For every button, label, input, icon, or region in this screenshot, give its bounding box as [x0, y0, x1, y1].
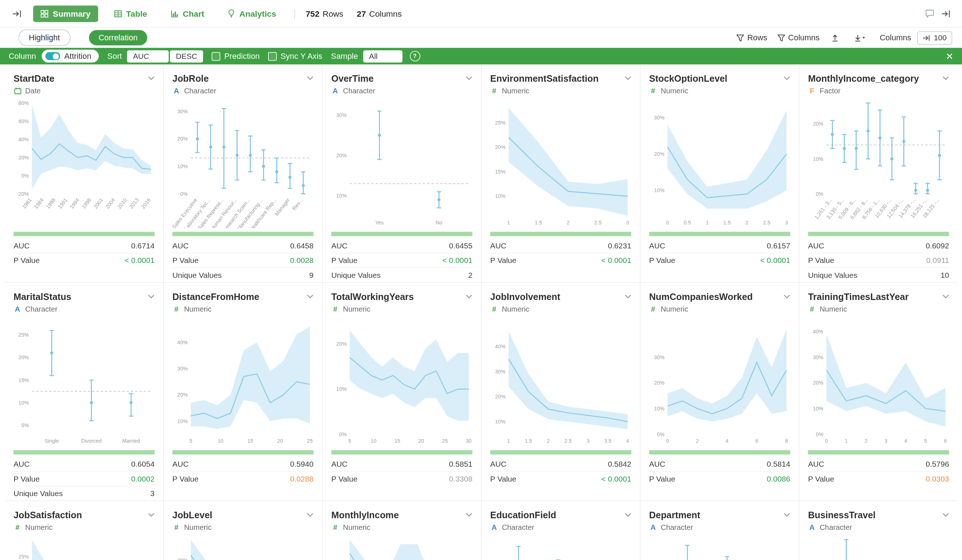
chevron-down-icon[interactable] [148, 512, 155, 517]
svg-text:10%: 10% [19, 400, 29, 406]
tab-analytics[interactable]: Analytics [220, 5, 283, 22]
chevron-down-icon[interactable] [625, 512, 631, 517]
download-button[interactable] [850, 30, 870, 46]
stat-label: P Value [173, 474, 199, 483]
column-chart[interactable]: 25%20%15%10%11.522.533.54 [13, 535, 154, 560]
stat-row: P Value< 0.0001 [13, 253, 154, 267]
highlight-button[interactable]: Highlight [19, 29, 71, 46]
column-chart[interactable]: 20%15%10%5%12345 [173, 535, 313, 560]
stat-label: P Value [490, 474, 516, 483]
column-type: # Numeric [13, 523, 154, 533]
chevron-down-icon[interactable] [148, 76, 155, 80]
column-chart[interactable]: 20%15%10% [649, 535, 790, 560]
tab-table[interactable]: Table [107, 5, 154, 22]
chevron-down-icon[interactable] [625, 76, 631, 80]
column-chart[interactable]: 20%10%0% [331, 535, 472, 560]
chevron-down-icon[interactable] [466, 294, 473, 299]
sort-field-select[interactable]: AUC [127, 50, 169, 63]
chevron-down-icon[interactable] [784, 512, 791, 517]
column-title: MaritalStatus [13, 291, 71, 302]
tab-chart[interactable]: Chart [163, 5, 212, 22]
svg-text:10%: 10% [177, 163, 188, 169]
column-chart[interactable]: 40%30%20%10%11.522.533.54 [490, 316, 631, 449]
column-chart[interactable]: 25%20%15%10%5%SingleDivorcedMarried [13, 316, 154, 449]
column-type: # Numeric [490, 86, 631, 95]
chevron-down-icon[interactable] [307, 76, 313, 80]
svg-text:30%: 30% [495, 369, 506, 374]
chevron-down-icon[interactable] [466, 512, 473, 517]
comment-icon[interactable] [922, 5, 938, 21]
tab-summary[interactable]: Summary [33, 5, 98, 22]
sample-select[interactable]: All [363, 50, 402, 63]
column-chart[interactable]: 40%30%20%10%510152025 [173, 316, 313, 449]
chevron-down-icon[interactable] [466, 76, 473, 80]
column-card: JobRole A Character 30%20%10%0%Sales Exe… [164, 64, 323, 282]
chevron-down-icon[interactable] [784, 76, 791, 80]
svg-text:15: 15 [395, 438, 400, 444]
chevron-down-icon[interactable] [625, 294, 631, 299]
target-column-pill[interactable]: Attrition [41, 50, 98, 63]
column-card: MonthlyIncome # Numeric 20%10%0% [323, 501, 481, 560]
svg-text:5: 5 [189, 438, 192, 444]
column-chart[interactable]: 40%30%20%10%0%0123456 [808, 316, 949, 449]
column-chart[interactable]: 20%10%0%51015202530 [331, 316, 472, 449]
stat-value: < 0.0001 [601, 474, 631, 483]
stat-label: Unique Values [808, 271, 857, 280]
chevron-down-icon[interactable] [307, 512, 313, 517]
column-type: # Numeric [173, 304, 313, 314]
correlation-button[interactable]: Correlation [89, 30, 147, 45]
stat-row: Unique Values10 [808, 268, 949, 282]
sort-direction-select[interactable]: DESC [169, 50, 203, 63]
column-stats: AUC0.6157P Value< 0.0001 [649, 239, 790, 267]
column-chart[interactable]: 30%20%10%YesNo [331, 98, 472, 231]
svg-text:0%: 0% [339, 431, 347, 437]
app-window: Summary Table Chart Analytics | 752Rows … [0, 0, 962, 560]
chevron-down-icon[interactable] [307, 294, 313, 299]
chevron-down-icon[interactable] [784, 294, 791, 299]
column-type: A Character [649, 523, 790, 533]
expand-right-icon[interactable] [937, 5, 953, 21]
help-icon[interactable]: ? [410, 51, 420, 61]
column-title: EnvironmentSatisfaction [490, 73, 598, 83]
checkbox-icon[interactable] [212, 52, 221, 61]
svg-text:2013: 2013 [128, 197, 140, 210]
svg-text:60%: 60% [19, 118, 29, 124]
svg-text:Married: Married [123, 438, 140, 444]
chevron-down-icon[interactable] [943, 294, 949, 299]
column-count-value: 27 [357, 9, 366, 18]
move-up-button[interactable] [827, 30, 843, 46]
close-icon[interactable]: ✕ [946, 50, 953, 61]
sync-y-axis-checkbox[interactable]: Sync Y Axis [268, 52, 322, 61]
columns-page-size[interactable]: 100 [917, 31, 952, 44]
stat-value: 0.6157 [767, 242, 791, 250]
column-chart[interactable]: 30%20%10%0%02468 [649, 316, 790, 449]
stat-value: 0.5842 [608, 460, 631, 468]
column-type-label: Character [502, 523, 534, 532]
svg-text:4: 4 [626, 438, 629, 444]
column-chart[interactable]: 30%20%10%0%Sales ExecutiveLaboratory Tec… [173, 98, 313, 231]
column-chart[interactable]: 25%20%15%10%11.522.53 [490, 98, 631, 231]
collapse-panel-icon[interactable] [9, 5, 25, 21]
svg-text:2: 2 [865, 438, 868, 444]
column-chart[interactable]: 20%10%0%1,261 - 3...3,135 - 5...5,009 - … [808, 98, 949, 231]
cards-grid: StartDate Date 80%60%40%20%0%-20%1981198… [0, 64, 962, 560]
svg-text:0%: 0% [816, 191, 823, 197]
chevron-down-icon[interactable] [148, 294, 155, 299]
rows-filter-button[interactable]: Rows [736, 33, 767, 42]
column-stats: AUC0.6458P Value0.0028Unique Values9 [173, 239, 313, 282]
column-chart[interactable]: 80%60%40%20%0%-20%1981198419881991199419… [13, 98, 154, 231]
svg-text:No: No [436, 220, 442, 226]
column-chart[interactable]: 30%20%10%00.511.522.53 [649, 98, 790, 231]
columns-filter-button[interactable]: Columns [777, 33, 820, 42]
column-chart[interactable]: 20%15%10% [808, 535, 949, 560]
auc-progress-bar [808, 232, 949, 236]
chevron-down-icon[interactable] [943, 76, 949, 80]
chevron-down-icon[interactable] [943, 512, 949, 517]
stat-value: 0.0288 [290, 474, 313, 483]
svg-text:10%: 10% [495, 193, 506, 199]
column-chart[interactable]: 20%15%10%5% [490, 535, 631, 560]
checkbox-icon[interactable] [268, 52, 277, 61]
toggle-switch-icon[interactable] [45, 52, 60, 60]
column-title: Department [649, 510, 701, 520]
prediction-checkbox[interactable]: Prediction [212, 52, 259, 61]
